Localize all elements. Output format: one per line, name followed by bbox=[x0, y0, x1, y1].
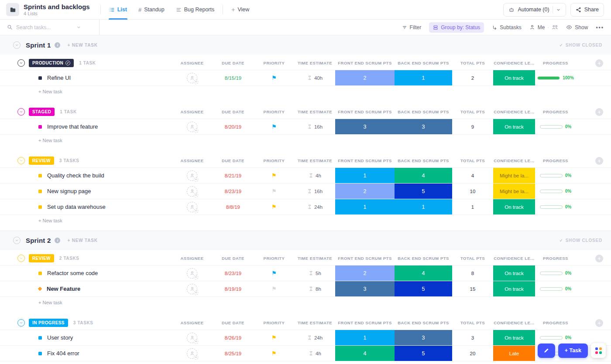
column-header-confidence[interactable]: CONFIDENCE LE... bbox=[493, 105, 535, 119]
column-header-confidence[interactable]: CONFIDENCE LE... bbox=[493, 252, 535, 265]
time-estimate[interactable]: 5h bbox=[316, 271, 321, 276]
column-header-due-date[interactable]: DUE DATE bbox=[213, 105, 254, 119]
task-row[interactable]: Refactor some code + 8/23/19 ⚑ 5h 2 4 8 … bbox=[0, 265, 611, 281]
task-name[interactable]: New Feature bbox=[47, 286, 80, 292]
column-header-due-date[interactable]: DUE DATE bbox=[213, 56, 254, 70]
automate-button[interactable]: Automate (0) bbox=[503, 3, 566, 17]
collapse-sprint-icon[interactable] bbox=[13, 237, 21, 244]
time-estimate[interactable]: 24h bbox=[314, 335, 323, 340]
column-header-total-pts[interactable]: TOTAL PTS bbox=[452, 154, 493, 167]
priority-flag-icon[interactable]: ⚑ bbox=[271, 334, 277, 341]
time-estimate[interactable]: 4h bbox=[316, 351, 321, 356]
column-header-front-end-pts[interactable]: FRONT END SCRUM PTS bbox=[335, 252, 395, 265]
confidence-badge[interactable]: On track bbox=[493, 119, 535, 134]
column-header-assignee[interactable]: ASSIGNEE bbox=[172, 56, 213, 70]
front-end-scrum-pts-cell[interactable]: 2 bbox=[335, 265, 395, 281]
search-input[interactable] bbox=[16, 24, 73, 31]
priority-flag-icon[interactable]: ⚑ bbox=[271, 172, 277, 179]
priority-flag-icon[interactable]: ⚑ bbox=[271, 188, 277, 194]
confidence-badge[interactable]: On track bbox=[493, 281, 535, 296]
column-header-progress[interactable]: PROGRESS bbox=[535, 56, 576, 70]
column-header-time-estimate[interactable]: TIME ESTIMATE bbox=[295, 316, 335, 330]
filter-button[interactable]: Filter bbox=[402, 24, 422, 31]
column-header-time-estimate[interactable]: TIME ESTIMATE bbox=[295, 105, 335, 119]
column-header-back-end-pts[interactable]: BACK END SCRUM PTS bbox=[395, 316, 452, 330]
task-row[interactable]: Refine UI + 8/15/19 ⚑ 40h 2 1 2 On track… bbox=[0, 70, 611, 86]
task-name[interactable]: Fix 404 error bbox=[47, 350, 79, 357]
column-header-priority[interactable]: PRIORITY bbox=[254, 316, 295, 330]
column-header-priority[interactable]: PRIORITY bbox=[254, 252, 295, 265]
status-badge[interactable]: REVIEW bbox=[29, 254, 54, 262]
task-name[interactable]: Improve that feature bbox=[47, 123, 98, 130]
task-name[interactable]: Quality check the build bbox=[47, 172, 104, 179]
column-header-assignee[interactable]: ASSIGNEE bbox=[172, 105, 213, 119]
column-header-assignee[interactable]: ASSIGNEE bbox=[172, 154, 213, 167]
time-estimate[interactable]: 24h bbox=[314, 204, 323, 210]
time-estimate[interactable]: 4h bbox=[316, 173, 321, 178]
column-header-back-end-pts[interactable]: BACK END SCRUM PTS bbox=[395, 252, 452, 265]
column-header-due-date[interactable]: DUE DATE bbox=[213, 154, 254, 167]
more-options-button[interactable]: ••• bbox=[596, 24, 604, 31]
add-column-button[interactable]: + bbox=[595, 59, 603, 67]
due-date[interactable]: 8/15/19 bbox=[225, 75, 241, 81]
column-header-priority[interactable]: PRIORITY bbox=[254, 154, 295, 167]
new-task-row-button[interactable]: + New task bbox=[0, 135, 611, 146]
column-header-front-end-pts[interactable]: FRONT END SCRUM PTS bbox=[335, 316, 395, 330]
due-date[interactable]: 8/19/19 bbox=[225, 286, 241, 292]
column-header-progress[interactable]: PROGRESS bbox=[535, 316, 576, 330]
task-name[interactable]: Refactor some code bbox=[47, 270, 98, 276]
column-header-confidence[interactable]: CONFIDENCE LE... bbox=[493, 154, 535, 167]
task-row[interactable]: Set up data warehouse + 8/8/19 ⚑ 24h 1 1… bbox=[0, 199, 611, 215]
column-header-total-pts[interactable]: TOTAL PTS bbox=[452, 252, 493, 265]
tab-bug-reports[interactable]: Bug Reports bbox=[170, 0, 220, 20]
column-header-total-pts[interactable]: TOTAL PTS bbox=[452, 56, 493, 70]
status-badge[interactable]: REVIEW bbox=[29, 156, 54, 165]
priority-flag-icon[interactable]: ⚑ bbox=[271, 270, 277, 276]
task-row[interactable]: New Feature + 8/19/19 ⚑ 8h 3 5 15 On tra… bbox=[0, 281, 611, 297]
add-column-button[interactable]: + bbox=[595, 157, 603, 165]
priority-flag-icon[interactable]: ⚑ bbox=[271, 123, 277, 130]
column-header-total-pts[interactable]: TOTAL PTS bbox=[452, 105, 493, 119]
due-date[interactable]: 8/23/19 bbox=[225, 189, 241, 194]
status-badge[interactable]: PRODUCTION✓ bbox=[29, 59, 74, 67]
column-header-time-estimate[interactable]: TIME ESTIMATE bbox=[295, 56, 335, 70]
front-end-scrum-pts-cell[interactable]: 3 bbox=[335, 281, 395, 296]
due-date[interactable]: 8/21/19 bbox=[225, 173, 241, 178]
front-end-scrum-pts-cell[interactable]: 1 bbox=[335, 199, 395, 214]
back-end-scrum-pts-cell[interactable]: 1 bbox=[395, 70, 452, 85]
new-task-row-button[interactable]: + New task bbox=[0, 297, 611, 308]
task-name[interactable]: Refine UI bbox=[47, 75, 71, 81]
due-date[interactable]: 8/8/19 bbox=[226, 204, 240, 210]
tab-list[interactable]: List bbox=[103, 0, 133, 20]
task-row[interactable]: Quality check the build + 8/21/19 ⚑ 4h 1… bbox=[0, 168, 611, 184]
front-end-scrum-pts-cell[interactable]: 3 bbox=[335, 119, 395, 134]
column-header-front-end-pts[interactable]: FRONT END SCRUM PTS bbox=[335, 56, 395, 70]
column-header-front-end-pts[interactable]: FRONT END SCRUM PTS bbox=[335, 154, 395, 167]
confidence-badge[interactable]: Late bbox=[493, 346, 535, 361]
column-header-progress[interactable]: PROGRESS bbox=[535, 154, 576, 167]
column-header-progress[interactable]: PROGRESS bbox=[535, 252, 576, 265]
priority-flag-icon[interactable]: ⚑ bbox=[271, 75, 277, 81]
back-end-scrum-pts-cell[interactable]: 4 bbox=[395, 168, 452, 183]
tab-standup[interactable]: # Standup bbox=[133, 0, 170, 20]
priority-flag-icon[interactable]: ⚑ bbox=[271, 286, 277, 292]
assignee-add-button[interactable]: + bbox=[187, 122, 197, 132]
front-end-scrum-pts-cell[interactable]: 1 bbox=[335, 168, 395, 183]
back-end-scrum-pts-cell[interactable]: 3 bbox=[395, 330, 452, 345]
column-header-back-end-pts[interactable]: BACK END SCRUM PTS bbox=[395, 105, 452, 119]
task-row[interactable]: Fix 404 error + 8/25/19 ⚑ 4h 4 5 20 Late… bbox=[0, 346, 611, 361]
show-closed-button[interactable]: ✓SHOW CLOSED bbox=[559, 238, 602, 243]
back-end-scrum-pts-cell[interactable]: 5 bbox=[395, 184, 452, 199]
show-button[interactable]: Show bbox=[566, 24, 588, 31]
front-end-scrum-pts-cell[interactable]: 4 bbox=[335, 346, 395, 361]
assignee-add-button[interactable]: + bbox=[187, 186, 197, 197]
column-header-assignee[interactable]: ASSIGNEE bbox=[172, 316, 213, 330]
assignee-add-button[interactable]: + bbox=[187, 284, 197, 294]
confidence-badge[interactable]: Might be la... bbox=[493, 168, 535, 183]
column-header-progress[interactable]: PROGRESS bbox=[535, 105, 576, 119]
task-name[interactable]: Set up data warehouse bbox=[47, 204, 106, 210]
front-end-scrum-pts-cell[interactable]: 2 bbox=[335, 70, 395, 85]
confidence-badge[interactable]: On track bbox=[493, 70, 535, 85]
share-button[interactable]: Share bbox=[570, 3, 604, 17]
task-name[interactable]: New signup page bbox=[47, 188, 91, 194]
